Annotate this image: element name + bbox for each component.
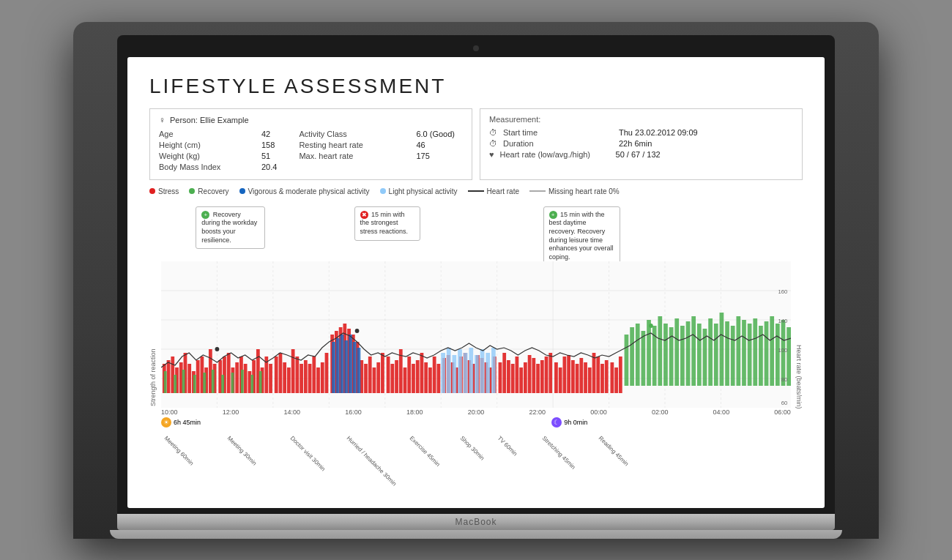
svg-rect-174 [464, 353, 468, 393]
duration-value: 22h 6min [619, 139, 652, 148]
height-label: Height (cm) [159, 141, 261, 149]
svg-rect-131 [250, 375, 253, 393]
legend-heartrate: Heart rate [468, 187, 519, 195]
svg-rect-175 [469, 348, 473, 393]
svg-rect-150 [720, 313, 724, 386]
svg-rect-47 [300, 364, 303, 393]
svg-rect-99 [524, 362, 527, 393]
time-1400: 14:00 [283, 408, 300, 416]
legend-recovery: Recovery [189, 187, 228, 195]
svg-rect-152 [731, 326, 735, 386]
duration-markers: ☀ 6h 45min ☾ 9h 0min [161, 417, 791, 432]
info-panels: ♀ Person: Ellie Example Age 42 Height (c [149, 108, 803, 180]
svg-rect-130 [241, 370, 244, 393]
resting-hr-row: Resting heart rate 46 [299, 141, 455, 149]
svg-text:160: 160 [778, 288, 787, 294]
svg-rect-66 [381, 353, 384, 393]
heart-rate-value: 50 / 67 / 132 [616, 150, 661, 159]
svg-rect-103 [540, 360, 544, 393]
svg-rect-63 [368, 356, 372, 393]
svg-rect-158 [765, 321, 769, 386]
screen-content: LIFESTYLE ASSESSMENT ♀ Person: Ellie Exa… [127, 57, 825, 508]
svg-rect-176 [475, 355, 479, 393]
day-duration-value: 6h 45min [174, 419, 201, 426]
y-axis-left-label: Strength of reaction [149, 261, 161, 493]
height-row: Height (cm) 158 [159, 141, 277, 149]
bmi-label: Body Mass Index [159, 163, 261, 171]
svg-rect-59 [321, 362, 324, 393]
bmi-value: 20.4 [261, 163, 277, 171]
svg-rect-113 [584, 362, 587, 393]
svg-rect-108 [562, 356, 566, 393]
resting-hr-label: Resting heart rate [299, 141, 416, 149]
svg-rect-153 [736, 316, 740, 386]
activity-stretching: Stretching 45min [540, 435, 576, 471]
svg-rect-126 [203, 373, 206, 393]
svg-rect-133 [625, 335, 629, 386]
main-chart-svg: 160 140 100 80 60 [161, 261, 791, 408]
macbook-frame: LIFESTYLE ASSESSMENT ♀ Person: Ellie Exa… [73, 22, 879, 539]
svg-rect-67 [387, 356, 390, 393]
svg-rect-73 [412, 364, 415, 393]
svg-rect-160 [776, 324, 780, 386]
svg-rect-168 [353, 342, 357, 393]
time-2200: 22:00 [529, 408, 546, 416]
person-panel: ♀ Person: Ellie Example Age 42 Height (c [149, 108, 472, 180]
svg-rect-136 [642, 331, 646, 386]
stress-dot [149, 188, 155, 194]
svg-rect-179 [491, 348, 496, 393]
person-icon: ♀ [159, 115, 166, 125]
night-duration-value: 9h 0min [564, 419, 587, 426]
svg-rect-166 [344, 340, 348, 393]
svg-rect-101 [532, 358, 535, 393]
chart-inner: 160 140 100 80 60 [161, 261, 791, 493]
svg-rect-123 [174, 375, 176, 393]
screen-bezel: LIFESTYLE ASSESSMENT ♀ Person: Ellie Exa… [117, 35, 835, 514]
svg-rect-156 [753, 318, 757, 386]
svg-rect-171 [447, 348, 451, 393]
svg-rect-146 [697, 324, 702, 386]
callout3-text: 15 min with the best daytime recovery. R… [549, 211, 614, 261]
callout-stress-reactions: ✖ 15 min with the strongest stress react… [354, 206, 420, 241]
svg-rect-65 [376, 362, 380, 393]
svg-rect-71 [404, 367, 407, 393]
callout1-icon: + [201, 211, 209, 219]
svg-rect-75 [420, 353, 424, 393]
svg-rect-46 [295, 356, 299, 393]
svg-rect-104 [545, 356, 548, 393]
weight-label: Weight (kg) [159, 152, 261, 160]
svg-text:100: 100 [778, 346, 787, 353]
time-0400: 04:00 [713, 408, 730, 416]
legend-vigorous: Vigorous & moderate physical activity [239, 187, 370, 195]
svg-rect-151 [725, 321, 729, 386]
time-1000: 10:00 [161, 408, 178, 416]
measurement-panel: Measurement: ⏱ Start time Thu 23.02.2012… [480, 108, 803, 180]
heartrate-line [468, 190, 484, 192]
svg-rect-165 [341, 335, 344, 393]
svg-rect-110 [571, 360, 575, 393]
svg-rect-140 [663, 324, 668, 386]
max-hr-label: Max. heart rate [299, 152, 416, 160]
svg-rect-68 [390, 364, 394, 393]
duration-day: ☀ 6h 45min [161, 417, 201, 428]
stress-label: Stress [158, 187, 179, 195]
svg-rect-132 [259, 371, 262, 393]
svg-rect-41 [275, 356, 278, 393]
time-0200: 02:00 [652, 408, 669, 416]
callout-best-recovery: + 15 min with the best daytime recovery.… [543, 206, 620, 266]
sun-icon: ☀ [161, 417, 171, 428]
missing-hr-line [529, 190, 546, 192]
svg-rect-69 [395, 360, 398, 393]
activity-hurried: Hurried / headache 30min [346, 435, 398, 487]
svg-rect-127 [212, 370, 215, 393]
svg-rect-107 [559, 367, 562, 393]
svg-rect-129 [231, 373, 234, 393]
svg-rect-167 [349, 335, 352, 393]
svg-rect-135 [636, 324, 640, 386]
start-time-value: Thu 23.02.2012 09:09 [619, 128, 698, 137]
svg-rect-57 [312, 356, 316, 393]
svg-rect-62 [364, 364, 368, 393]
svg-rect-178 [486, 353, 490, 393]
svg-rect-97 [516, 356, 519, 393]
svg-rect-98 [519, 367, 523, 393]
